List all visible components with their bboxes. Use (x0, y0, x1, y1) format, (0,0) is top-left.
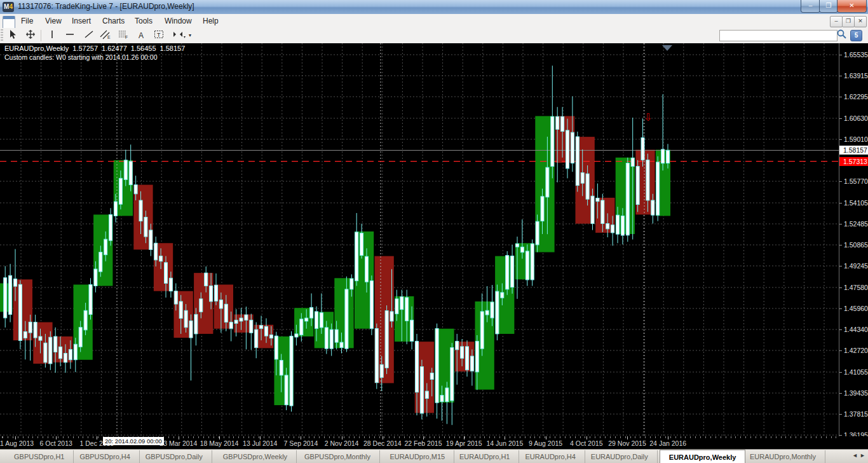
price-tick (839, 181, 842, 182)
price-tick-label: 1.60630 (844, 114, 868, 122)
tab-gbpusdpro-daily[interactable]: GBPUSDpro,Daily (137, 450, 212, 463)
ohlc-open: 1.57257 (72, 45, 98, 52)
window-title: 11317076: TradeKing-Live 7 - [EURAUDpro,… (18, 2, 194, 11)
price-tick (839, 308, 842, 309)
price-tick (839, 266, 842, 266)
current-price-tag: 1.58157 (839, 146, 868, 155)
date-tick-label: 24 Jan 2016 (649, 439, 686, 447)
date-tick-label: 22 Feb 2015 (405, 439, 442, 447)
toolbar-separator (41, 30, 41, 41)
tab-scroll-right-icon[interactable]: ► (860, 452, 865, 459)
app-logo-icon: M4 (3, 2, 14, 12)
chart-ohlc-header: EURAUDpro,Weekly1.572571.624771.564551.5… (4, 45, 189, 52)
date-tick-label: 11 Aug 2013 (0, 439, 34, 447)
chart-area[interactable]: ⇩ EURAUDpro,Weekly1.572571.624771.564551… (0, 43, 839, 436)
tab-euraudpro-m15[interactable]: EURAUDpro,M15 (381, 450, 454, 463)
price-tick (839, 224, 842, 225)
tab-gbpusdpro-monthly[interactable]: GBPUSDpro,Monthly (295, 450, 380, 463)
tab-gbpusdpro-weekly[interactable]: GBPUSDpro,Weekly (214, 450, 297, 463)
sell-arrow-icon: ⇩ (644, 112, 652, 123)
price-tick (839, 372, 842, 373)
price-tick (839, 393, 842, 394)
price-tick (839, 350, 842, 351)
toolbar-grip[interactable] (1, 29, 3, 41)
price-tick-label: 1.41055 (844, 368, 868, 376)
price-tick-label: 1.62295 (844, 93, 868, 100)
restore-button[interactable]: ❐ (819, 0, 838, 13)
date-tick-label: 4 Oct 2015 (570, 439, 602, 447)
vertical-line-icon[interactable] (44, 29, 60, 42)
tab-euraudpro-h1[interactable]: EURAUDpro,H1 (451, 450, 519, 463)
minimize-button[interactable]: – (801, 0, 820, 13)
trendline-icon[interactable] (81, 29, 97, 42)
price-tick (839, 55, 842, 55)
tab-gbpusdpro-h1[interactable]: GBPUSDpro,H1 (5, 450, 74, 463)
toolbar: E F A T ▾ 5 (0, 28, 868, 44)
horizontal-line-icon[interactable] (62, 29, 78, 42)
date-tick-label: 28 Dec 2014 (363, 439, 402, 447)
menu-insert[interactable]: Insert (66, 14, 97, 28)
price-tick (839, 329, 842, 330)
search-icon[interactable] (834, 29, 849, 41)
child-restore-button[interactable]: ❐ (842, 16, 855, 27)
fibonacci-icon[interactable]: F (116, 29, 131, 42)
price-tick-label: 1.54105 (844, 199, 868, 207)
price-tick (839, 287, 842, 288)
child-close-button[interactable]: ✕ (854, 16, 867, 27)
chart-tab-bar: ◄ ► GBPUSDpro,H1GBPUSDpro,H4GBPUSDpro,Da… (0, 449, 868, 463)
close-button[interactable]: ✕ (837, 0, 867, 13)
date-tick-label: 14 Jun 2015 (486, 439, 523, 447)
date-tick-label: 18 May 2014 (200, 439, 239, 447)
price-tick (839, 118, 842, 119)
arrows-icon[interactable] (169, 29, 188, 42)
menu-help[interactable]: Help (197, 14, 224, 28)
comments-badge[interactable]: 5 (850, 30, 862, 41)
price-tick-label: 1.52485 (844, 220, 868, 228)
menu-tools[interactable]: Tools (129, 14, 158, 28)
menu-charts[interactable]: Charts (97, 14, 130, 28)
menu-window[interactable]: Window (159, 14, 198, 28)
svg-text:T: T (157, 32, 161, 38)
bar-data-tooltip: 20: 2014.02.09 00:00 (103, 437, 164, 445)
price-tick (839, 435, 842, 436)
price-tick-label: 1.44340 (844, 326, 868, 333)
cursor-icon[interactable] (5, 29, 20, 42)
search-input[interactable] (719, 30, 837, 41)
tab-scroll-left-icon[interactable]: ◄ (852, 452, 858, 459)
tab-euraudpro-daily[interactable]: EURAUDpro,Daily (582, 450, 658, 463)
tab-euraudpro-monthly[interactable]: EURAUDpro,Monthly (741, 450, 825, 463)
dropdown-caret-icon[interactable]: ▾ (187, 29, 193, 42)
date-axis[interactable]: 11 Aug 20136 Oct 20131 Dec 201323 Mar 20… (0, 436, 868, 449)
date-tick-label: 2 Nov 2014 (325, 439, 359, 447)
price-tick-label: 1.65535 (844, 51, 868, 59)
candlestick-chart[interactable]: ⇩ (0, 43, 839, 436)
date-tick-label: 7 Sep 2014 (284, 439, 318, 447)
tab-euraudpro-weekly[interactable]: EURAUDpro,Weekly (660, 450, 746, 463)
price-tick (839, 245, 842, 245)
price-tick-label: 1.45960 (844, 305, 868, 312)
price-tick (839, 414, 842, 415)
chart-window-icon (3, 16, 15, 29)
price-tick-label: 1.63915 (844, 72, 868, 79)
text-label-icon[interactable]: T (151, 29, 166, 42)
equidistant-channel-icon[interactable]: E (98, 29, 113, 42)
ohlc-close: 1.58157 (160, 45, 186, 52)
price-tick (839, 76, 842, 76)
date-tick-label: 29 Nov 2015 (608, 439, 646, 447)
tab-euraudpro-h4[interactable]: EURAUDpro,H4 (516, 450, 585, 463)
price-axis[interactable]: 1.655351.639151.622951.606301.590101.557… (839, 43, 868, 436)
price-tick-label: 1.47580 (844, 284, 868, 291)
child-minimize-button[interactable]: – (830, 16, 843, 27)
price-tick (839, 97, 842, 97)
indicator-caption: Custom candles: W0 starting with 2014.01… (4, 53, 157, 61)
date-tick-label: 19 Apr 2015 (446, 439, 482, 447)
tab-gbpusdpro-h4[interactable]: GBPUSDpro,H4 (71, 450, 139, 463)
text-icon[interactable]: A (133, 29, 149, 42)
date-tick-label: 23 Mar 2014 (159, 439, 197, 447)
menu-view[interactable]: View (39, 14, 67, 28)
price-tick (839, 203, 842, 204)
menu-file[interactable]: File (15, 14, 39, 28)
crosshair-icon[interactable] (23, 29, 38, 42)
price-tick (839, 139, 842, 140)
ohlc-low: 1.56455 (131, 45, 156, 52)
